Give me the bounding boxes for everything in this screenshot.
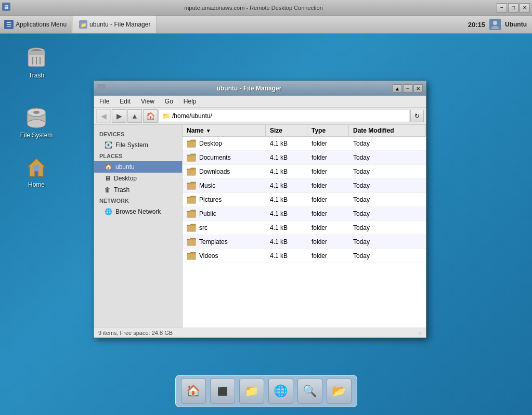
file-type-cell: folder <box>307 165 349 178</box>
column-header-size[interactable]: Size <box>266 125 307 136</box>
table-row[interactable]: src 4.1 kB folder Today <box>183 221 426 235</box>
sidebar-item-filesystem[interactable]: 💽 File System <box>94 139 182 151</box>
menu-edit[interactable]: Edit <box>114 97 136 106</box>
column-header-name[interactable]: Name ▼ <box>183 125 266 136</box>
table-row[interactable]: Templates 4.1 kB folder Today <box>183 235 426 249</box>
window-chrome-icon: 🖥 <box>2 3 10 11</box>
filesystem-icon-svg <box>25 107 47 129</box>
svg-rect-11 <box>28 51 45 55</box>
dock-search-button[interactable]: 🔍 <box>297 379 322 404</box>
status-text: 9 items, Free space: 24.8 GB <box>98 330 173 336</box>
address-icon: 📁 <box>162 112 170 120</box>
trash-sidebar-icon: 🗑 <box>105 186 111 193</box>
file-type-cell: folder <box>307 222 349 234</box>
table-row[interactable]: Documents 4.1 kB folder Today <box>183 151 426 165</box>
window-chrome-bar: 🖥 mpute.amazonaws.com - Remote Desktop C… <box>0 0 532 16</box>
fm-filelist-header: Name ▼ Size Type Date Modified <box>183 125 426 137</box>
username-label: Ubuntu <box>505 21 527 28</box>
forward-button[interactable]: ▶ <box>112 109 126 123</box>
window-title: mpute.amazonaws.com - Remote Desktop Con… <box>10 5 497 11</box>
file-name-cell: Documents <box>183 151 266 164</box>
svg-point-17 <box>27 120 46 128</box>
file-type-cell: folder <box>307 208 349 220</box>
taskbar: ☰ Applications Menu 📁 ubuntu - File Mana… <box>0 16 532 34</box>
sidebar-item-trash[interactable]: 🗑 Trash <box>94 184 182 196</box>
fm-minimize-button[interactable]: ▲ <box>393 84 402 93</box>
menu-go[interactable]: Go <box>160 97 178 106</box>
folder-icon <box>187 167 196 176</box>
up-button[interactable]: ▲ <box>127 109 142 123</box>
refresh-button[interactable]: ↻ <box>410 110 424 122</box>
back-button[interactable]: ◀ <box>96 109 111 123</box>
sidebar-item-browse-network[interactable]: 🌐 Browse Network <box>94 206 182 217</box>
column-header-modified[interactable]: Date Modified <box>349 125 426 136</box>
browse-network-sidebar-label: Browse Network <box>115 208 161 215</box>
home-desktop-icon[interactable]: Home <box>16 155 57 188</box>
svg-rect-21 <box>34 165 39 171</box>
file-manager-window: ubuntu - File Manager ▲ − ✕ File Edit Vi… <box>94 81 426 338</box>
table-row[interactable]: Desktop 4.1 kB folder Today <box>183 137 426 151</box>
table-row[interactable]: Videos 4.1 kB folder Today <box>183 249 426 263</box>
file-size-cell: 4.1 kB <box>266 137 307 150</box>
folder-icon <box>187 210 196 218</box>
menu-help[interactable]: Help <box>178 97 202 106</box>
folder-icon <box>187 153 196 162</box>
sidebar-item-ubuntu[interactable]: 🏠 ubuntu <box>94 161 182 173</box>
file-manager-tab-label: ubuntu - File Manager <box>89 21 150 28</box>
home-button[interactable]: 🏠 <box>143 109 158 123</box>
folder-icon <box>187 181 196 190</box>
apps-menu-icon: ☰ <box>4 20 14 29</box>
trash-icon-svg <box>25 46 47 71</box>
file-name-cell: Desktop <box>183 137 266 150</box>
file-type-cell: folder <box>307 193 349 206</box>
dock-home-button[interactable]: 🏠 <box>181 379 206 404</box>
fm-restore-button[interactable]: − <box>403 84 412 93</box>
filesystem-desktop-icon[interactable]: File System <box>16 106 57 139</box>
desktop-sidebar-label: Desktop <box>114 175 137 182</box>
svg-point-19 <box>33 111 40 114</box>
sidebar-section-devices: DEVICES <box>94 129 182 139</box>
menu-file[interactable]: File <box>94 97 114 106</box>
column-header-type[interactable]: Type <box>307 125 349 136</box>
sidebar-section-places: PLACES <box>94 151 182 161</box>
file-name-cell: Downloads <box>183 165 266 178</box>
dock-browser-button[interactable]: 🌐 <box>268 379 293 404</box>
window-controls: − □ ✕ <box>497 3 532 12</box>
file-name-cell: src <box>183 221 266 235</box>
table-row[interactable]: Downloads 4.1 kB folder Today <box>183 165 426 179</box>
file-type-cell: folder <box>307 179 349 192</box>
filesystem-sidebar-icon: 💽 <box>105 141 112 149</box>
file-name-cell: Templates <box>183 235 266 249</box>
ubuntu-sidebar-label: ubuntu <box>115 163 135 171</box>
sidebar-item-desktop[interactable]: 🖥 Desktop <box>94 173 182 184</box>
file-size-cell: 4.1 kB <box>266 250 307 262</box>
table-row[interactable]: Music 4.1 kB folder Today <box>183 179 426 193</box>
address-bar[interactable]: 📁 /home/ubuntu/ <box>159 110 409 122</box>
restore-button[interactable]: □ <box>508 3 518 12</box>
dock-terminal-button[interactable]: ⬛ <box>210 379 235 404</box>
table-row[interactable]: Public 4.1 kB folder Today <box>183 207 426 221</box>
sidebar-section-network: NETWORK <box>94 196 182 206</box>
trash-desktop-icon[interactable]: Trash <box>16 46 57 79</box>
dock-folder-button[interactable]: 📂 <box>327 379 352 404</box>
filesystem-desktop-label: File System <box>20 132 53 139</box>
file-modified-cell: Today <box>349 250 426 262</box>
applications-menu-button[interactable]: ☰ Applications Menu <box>0 16 71 33</box>
fm-content: DEVICES 💽 File System PLACES 🏠 ubuntu 🖥 … <box>94 125 426 328</box>
home-icon-svg <box>25 157 47 178</box>
browse-network-sidebar-icon: 🌐 <box>105 208 112 215</box>
file-manager-taskbar-tab[interactable]: 📁 ubuntu - File Manager <box>72 16 157 33</box>
file-modified-cell: Today <box>349 137 426 150</box>
menu-view[interactable]: View <box>136 97 160 106</box>
close-button[interactable]: ✕ <box>520 3 530 12</box>
minimize-button[interactable]: − <box>497 3 507 12</box>
trash-sidebar-label: Trash <box>114 186 129 193</box>
dock-files-button[interactable]: 📁 <box>239 379 264 404</box>
folder-icon <box>187 196 196 204</box>
file-modified-cell: Today <box>349 236 426 248</box>
file-modified-cell: Today <box>349 179 426 192</box>
file-size-cell: 4.1 kB <box>266 222 307 234</box>
table-row[interactable]: Pictures 4.1 kB folder Today <box>183 193 426 207</box>
fm-close-button[interactable]: ✕ <box>413 84 423 93</box>
file-size-cell: 4.1 kB <box>266 165 307 178</box>
